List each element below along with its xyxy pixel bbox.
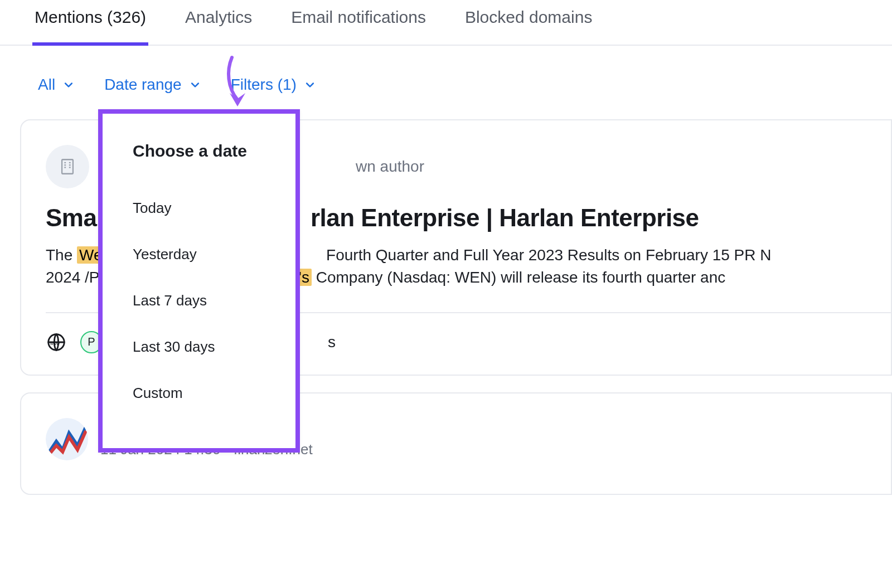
filter-date-range-label: Date range: [104, 76, 182, 94]
date-option-custom[interactable]: Custom: [133, 370, 270, 416]
snippet-text: Company (Nasdaq: WEN) will release its f…: [316, 269, 726, 286]
tab-analytics[interactable]: Analytics: [183, 8, 254, 46]
footer-fragment: s: [328, 333, 336, 351]
snippet-text: The: [46, 246, 77, 264]
filter-date-range[interactable]: Date range: [104, 76, 201, 94]
filter-bar: All Date range Filters (1): [0, 46, 892, 94]
mention-title-frag: Sma: [46, 204, 96, 231]
chevron-down-icon: [190, 79, 201, 90]
svg-text:www: www: [50, 341, 60, 346]
tabs-bar: Mentions (326) Analytics Email notificat…: [0, 0, 892, 46]
date-option-last-7[interactable]: Last 7 days: [133, 278, 270, 324]
tab-email-notifications[interactable]: Email notifications: [289, 8, 428, 46]
svg-rect-1: [62, 159, 73, 174]
source-avatar: [46, 145, 89, 188]
date-option-yesterday[interactable]: Yesterday: [133, 231, 270, 278]
globe-www-icon: www: [46, 332, 67, 353]
snippet-text: 2024 /P: [46, 269, 99, 286]
filter-all[interactable]: All: [38, 76, 74, 94]
tab-mentions[interactable]: Mentions (326): [32, 8, 148, 46]
tab-blocked-domains[interactable]: Blocked domains: [463, 8, 594, 46]
source-avatar: [46, 418, 88, 460]
date-option-last-30[interactable]: Last 30 days: [133, 324, 270, 370]
date-option-today[interactable]: Today: [133, 185, 270, 231]
chevron-down-icon: [304, 79, 316, 90]
filter-all-label: All: [38, 76, 55, 94]
mention-author: wn author: [356, 158, 424, 176]
chevron-down-icon: [63, 79, 74, 90]
snippet-text: Fourth Quarter and Full Year 2023 Result…: [326, 246, 771, 264]
filter-filters-label: Filters (1): [231, 76, 297, 94]
filter-filters[interactable]: Filters (1): [231, 76, 316, 94]
date-range-popover: Choose a date Today Yesterday Last 7 day…: [98, 109, 300, 453]
date-popover-title: Choose a date: [133, 142, 270, 161]
mention-title-frag: rlan Enterprise | Harlan Enterprise: [311, 204, 699, 231]
